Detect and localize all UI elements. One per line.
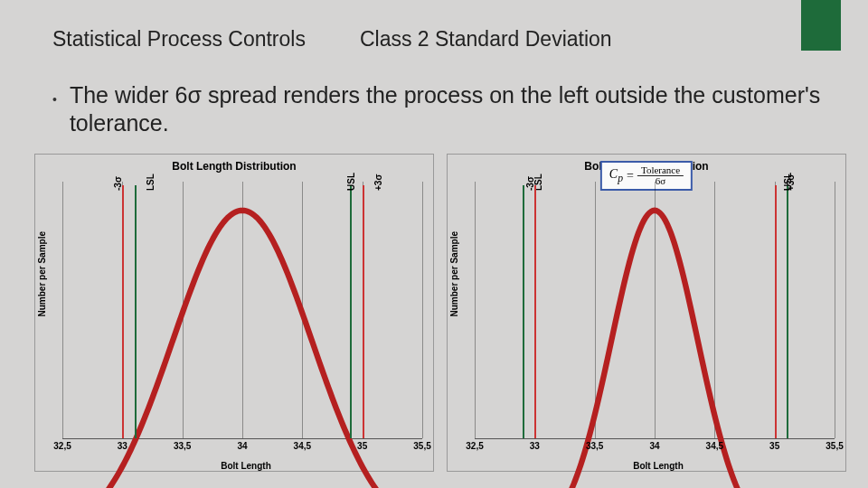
tick-label: 35,5 (413, 441, 430, 451)
tick-label: 34 (237, 441, 247, 451)
tick-label: 34,5 (706, 441, 723, 451)
tick-label: 32,5 (53, 441, 71, 451)
spec-line (135, 185, 137, 438)
bullet-item: • The wider 6σ spread renders the proces… (52, 81, 832, 138)
x-ticks: 32,53333,53434,53535,5 (62, 441, 422, 459)
tick-label: 33 (530, 441, 540, 451)
plot-area: -3σLSLUSL+3σ (62, 182, 422, 439)
bullet-text: The wider 6σ spread renders the process … (70, 81, 832, 138)
x-ticks: 32,53333,53434,53535,5 (475, 441, 835, 459)
y-axis-label: Number per Sample (449, 231, 459, 316)
spec-line (534, 185, 536, 438)
bullet-dot-icon: • (52, 92, 57, 138)
tick-label: 34,5 (294, 441, 311, 451)
tick-label: 35 (769, 441, 779, 451)
y-axis-label: Number per Sample (37, 231, 47, 316)
slide-accent (801, 0, 841, 51)
spec-label: LSL (146, 174, 156, 191)
tick-label: 33,5 (586, 441, 603, 451)
tick-label: 33,5 (174, 441, 191, 451)
tick-label: 35,5 (826, 441, 843, 451)
plot-area: LSL-3σ+3σUSL (475, 182, 835, 439)
tick-label: 34 (649, 441, 659, 451)
spec-label: -3σ (525, 176, 535, 191)
spec-label: -3σ (113, 176, 123, 191)
spec-line (122, 185, 124, 438)
tick-label: 35 (357, 441, 367, 451)
spec-line (787, 185, 788, 438)
spec-label: +3σ (373, 174, 383, 191)
spec-line (523, 185, 524, 438)
spec-line (775, 185, 777, 438)
spec-label: USL (346, 173, 356, 191)
chart-right: Cp = Tolerance 6σ Bolt Length Distributi… (447, 154, 846, 472)
spec-label: USL (783, 173, 793, 191)
header-left: Statistical Process Controls (52, 27, 306, 52)
spec-line (350, 185, 352, 438)
chart-left: Bolt Length Distribution Number per Samp… (34, 154, 434, 472)
tick-label: 33 (118, 441, 127, 451)
tick-label: 32,5 (466, 441, 483, 451)
header-right: Class 2 Standard Deviation (360, 27, 612, 52)
spec-line (363, 185, 364, 438)
